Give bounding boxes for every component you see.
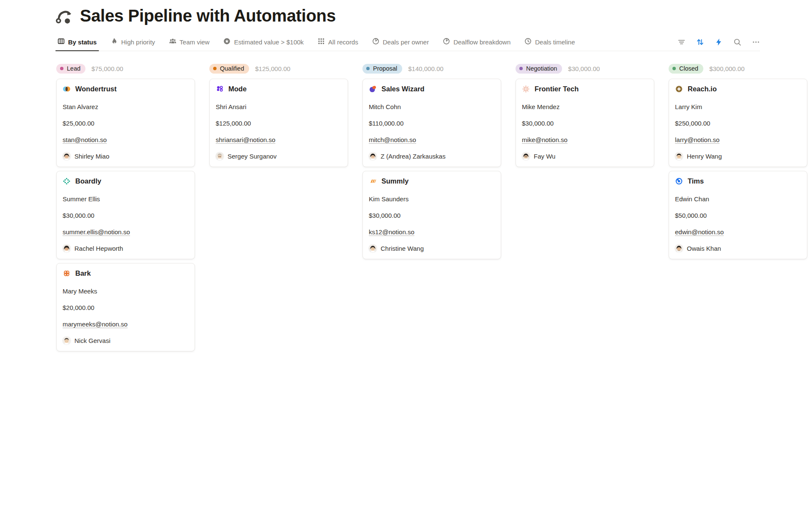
tab-label: Team view <box>180 38 210 46</box>
email-link[interactable]: mitch@notion.so <box>369 136 416 143</box>
column-lead: Lead $75,000.00 Wondertrust Stan Alvarez… <box>56 63 195 355</box>
owner-row: Z (Andrea) Zarkauskas <box>369 152 495 160</box>
tab-label: All records <box>328 38 358 46</box>
status-badge: Lead <box>56 64 85 74</box>
more-icon[interactable] <box>752 38 760 46</box>
column-sum: $125,000.00 <box>255 65 290 72</box>
owner-name: Owais Khan <box>687 245 721 252</box>
status-label: Closed <box>679 65 698 72</box>
owner-row: Shirley Miao <box>63 152 189 160</box>
column-sum: $30,000.00 <box>568 65 600 72</box>
email-link[interactable]: marymeeks@notion.so <box>63 321 128 328</box>
column-closed: Closed $300,000.00 Reach.io Larry Kim $2… <box>669 63 807 263</box>
automation-bolt-icon[interactable] <box>715 38 723 46</box>
deal-amount: $250,000.00 <box>675 119 801 128</box>
reachio-logo <box>675 85 683 93</box>
deal-amount: $30,000.00 <box>63 211 189 220</box>
deal-card-tims[interactable]: Tims Edwin Chan $50,000.00 edwin@notion.… <box>669 171 807 259</box>
tab-team-view[interactable]: Team view <box>168 34 211 51</box>
status-label: Qualified <box>220 65 244 72</box>
company-name: Boardly <box>75 177 101 185</box>
tab-label: Estimated value > $100k <box>234 38 304 46</box>
owner-avatar <box>63 244 71 252</box>
owner-row: Rachel Hepworth <box>63 244 189 252</box>
contact-name: Kim Saunders <box>369 195 495 203</box>
deal-card-bark[interactable]: Bark Mary Meeks $20,000.00 marymeeks@not… <box>56 263 195 351</box>
deal-card-reachio[interactable]: Reach.io Larry Kim $250,000.00 larry@not… <box>669 79 807 167</box>
view-toolbar <box>678 34 760 51</box>
tab-all-records[interactable]: All records <box>316 34 359 51</box>
column-sum: $75,000.00 <box>91 65 123 72</box>
owner-avatar <box>63 337 71 345</box>
owner-name: Sergey Surganov <box>228 153 277 160</box>
board-columns-icon <box>58 38 65 46</box>
company-name: Sales Wizard <box>381 85 425 93</box>
owner-name: Christine Wang <box>381 245 424 252</box>
column-header: Qualified $125,000.00 <box>209 63 348 74</box>
deal-card-wondertrust[interactable]: Wondertrust Stan Alvarez $25,000.00 stan… <box>56 79 195 167</box>
view-tabs: By status High priority Team view Estima… <box>56 34 678 51</box>
pie-chart-icon <box>443 38 450 46</box>
tab-deals-per-owner[interactable]: Deals per owner <box>371 34 430 51</box>
tims-logo <box>675 177 683 185</box>
contact-name: Mike Mendez <box>522 103 648 111</box>
column-header: Lead $75,000.00 <box>56 63 195 74</box>
owner-name: Nick Gervasi <box>74 337 110 344</box>
status-dot <box>672 67 676 70</box>
filter-icon[interactable] <box>678 38 686 46</box>
column-sum: $140,000.00 <box>408 65 443 72</box>
pie-chart-icon <box>372 38 379 46</box>
deal-card-sales-wizard[interactable]: Sales Wizard Mitch Cohn $110,000.00 mitc… <box>362 79 501 167</box>
tab-label: Dealflow breakdown <box>453 38 510 46</box>
email-link[interactable]: larry@notion.so <box>675 136 719 143</box>
deal-amount: $50,000.00 <box>675 211 801 220</box>
deal-card-frontier-tech[interactable]: Frontier Tech Mike Mendez $30,000.00 mik… <box>516 79 654 167</box>
company-name: Bark <box>75 269 91 277</box>
deal-card-mode[interactable]: Mode Shri Ansari $125,000.00 shriansari@… <box>209 79 348 167</box>
owner-avatar <box>216 152 224 160</box>
owner-row: Fay Wu <box>522 152 648 160</box>
owner-row: Nick Gervasi <box>63 337 189 345</box>
company-name: Reach.io <box>688 85 717 93</box>
email-link[interactable]: ks12@notion.so <box>369 228 414 236</box>
automation-arrow-icon <box>56 8 74 24</box>
company-name: Wondertrust <box>75 85 117 93</box>
status-badge: Proposal <box>362 64 402 74</box>
owner-name: Henry Wang <box>687 153 722 160</box>
owner-name: Z (Andrea) Zarkauskas <box>381 153 445 160</box>
owner-name: Shirley Miao <box>74 153 110 160</box>
deal-amount: $110,000.00 <box>369 119 495 128</box>
contact-name: Edwin Chan <box>675 195 801 203</box>
deal-amount: $125,000.00 <box>216 119 342 128</box>
tab-deals-timeline[interactable]: Deals timeline <box>523 34 576 51</box>
tab-label: By status <box>68 38 97 46</box>
status-dot <box>366 67 370 70</box>
contact-name: Mary Meeks <box>63 287 189 296</box>
contact-name: Summer Ellis <box>63 195 189 203</box>
email-link[interactable]: stan@notion.so <box>63 136 107 143</box>
email-link[interactable]: summer.ellis@notion.so <box>63 228 130 236</box>
deal-card-boardly[interactable]: Boardly Summer Ellis $30,000.00 summer.e… <box>56 171 195 259</box>
flame-icon <box>111 38 118 46</box>
email-link[interactable]: shriansari@notion.so <box>216 136 275 143</box>
boardly-logo <box>63 177 71 185</box>
deal-card-summly[interactable]: Summly Kim Saunders $30,000.00 ks12@noti… <box>362 171 501 259</box>
clock-icon <box>524 38 532 46</box>
tab-estimated-value[interactable]: Estimated value > $100k <box>222 34 305 51</box>
contact-name: Larry Kim <box>675 103 801 111</box>
mode-logo <box>216 85 224 93</box>
status-label: Negotiation <box>526 65 557 72</box>
view-tab-bar: By status High priority Team view Estima… <box>56 34 760 51</box>
status-badge: Closed <box>669 64 703 74</box>
email-link[interactable]: mike@notion.so <box>522 136 568 143</box>
search-icon[interactable] <box>733 38 741 46</box>
tab-dealflow-breakdown[interactable]: Dealflow breakdown <box>442 34 512 51</box>
email-link[interactable]: edwin@notion.so <box>675 228 724 236</box>
sort-icon[interactable] <box>696 38 704 46</box>
page-title[interactable]: Sales Pipeline with Automations <box>80 6 336 25</box>
tab-by-status[interactable]: By status <box>56 34 98 51</box>
tab-high-priority[interactable]: High priority <box>110 34 156 51</box>
company-name: Summly <box>381 177 409 185</box>
deal-amount: $25,000.00 <box>63 119 189 128</box>
kanban-board: Lead $75,000.00 Wondertrust Stan Alvarez… <box>56 63 812 355</box>
